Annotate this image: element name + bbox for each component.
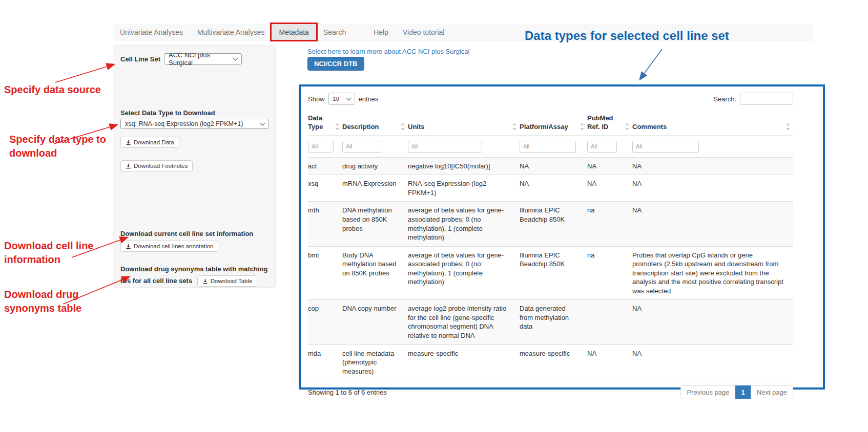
source-button[interactable]: NCI/CCR DTB xyxy=(307,57,364,71)
filter-row xyxy=(308,136,793,157)
table-row: cop DNA copy number average log2 probe i… xyxy=(308,300,793,344)
cell-pubmed: na xyxy=(587,202,632,246)
data-type-value: xsq: RNA-seq Expression (log2 FPKM+1) xyxy=(125,120,243,127)
cell-platform: NA xyxy=(520,157,587,175)
table-footer: Showing 1 to 6 of 6 entries Previous pag… xyxy=(308,385,793,399)
search-label: Search: xyxy=(713,95,736,103)
drug-synonyms-heading: Download drug synonyms table with matchi… xyxy=(120,264,271,287)
entries-label: entries xyxy=(359,95,379,103)
download-cell-lines-annotation-label: Download cell lines annotation xyxy=(134,243,213,249)
cell-data-type: bmt xyxy=(308,246,342,300)
column-header-description[interactable]: Description xyxy=(342,112,408,136)
cell-comments: NA xyxy=(632,344,793,380)
learn-more-link[interactable]: Select here to learn more about ACC NCI … xyxy=(307,48,470,55)
column-header-label: Description xyxy=(342,123,379,131)
cell-units: average log2 probe intensity ratio for t… xyxy=(408,300,520,344)
cell-units: negative log10[IC50(molar)] xyxy=(408,157,520,175)
sort-icon[interactable] xyxy=(335,123,339,131)
tab-multivariate-analyses[interactable]: Multivariate Analyses xyxy=(190,24,272,40)
table-controls: Show 10 entries Search: xyxy=(308,93,793,105)
download-cell-lines-annotation-button[interactable]: Download cell lines annotation xyxy=(120,241,218,252)
download-footnotes-label: Download Footnotes xyxy=(134,163,188,169)
download-data-button[interactable]: Download Data xyxy=(120,137,179,148)
table-row: xsq mRNA Expression RNA-seq Expression (… xyxy=(308,175,793,202)
entries-info: Showing 1 to 6 of 6 entries xyxy=(308,388,387,396)
column-header-units[interactable]: Units xyxy=(408,112,520,136)
show-entries-select[interactable]: 10 xyxy=(328,93,355,105)
cell-platform: measure-specific xyxy=(520,344,587,380)
tab-univariate-analyses[interactable]: Univariate Analyses xyxy=(113,24,190,40)
sort-icon[interactable] xyxy=(625,123,629,131)
filter-input-comments[interactable] xyxy=(632,141,699,153)
sort-icon[interactable] xyxy=(401,123,405,131)
previous-page-button[interactable]: Previous page xyxy=(680,385,735,399)
cell-comments: NA xyxy=(632,157,793,175)
download-icon xyxy=(202,278,208,284)
table-row: mda cell line metadata (phenotypic measu… xyxy=(308,344,793,380)
page: Specify data source Specify data type to… xyxy=(0,0,868,432)
cell-data-type: act xyxy=(308,157,342,175)
cell-platform: Illumina EPIC Beadchip 850K xyxy=(520,246,587,300)
sidebar-panel: Cell Line Set ACC NCI plus Surgical Sele… xyxy=(113,45,276,288)
column-header-label: Units xyxy=(408,123,425,131)
tab-metadata[interactable]: Metadata xyxy=(272,24,316,40)
cell-line-set-select[interactable]: ACC NCI plus Surgical xyxy=(164,53,242,64)
filter-input-description[interactable] xyxy=(342,141,382,153)
page-1-button[interactable]: 1 xyxy=(735,385,751,399)
show-label: Show xyxy=(308,95,325,103)
cell-data-type: cop xyxy=(308,300,342,344)
cell-comments: NA xyxy=(632,175,793,202)
cell-description: cell line metadata (phenotypic measures) xyxy=(342,344,408,380)
sort-icon[interactable] xyxy=(512,123,516,131)
column-header-pubmed-ref-id[interactable]: PubMed Ref. ID xyxy=(587,112,632,136)
column-header-data-type[interactable]: Data Type xyxy=(308,112,342,136)
cell-description: drug activity xyxy=(342,157,408,175)
filter-input-pubmed-ref-id[interactable] xyxy=(587,141,617,153)
show-entries-value: 10 xyxy=(333,96,339,102)
download-footnotes-button[interactable]: Download Footnotes xyxy=(120,160,193,171)
download-table-label: Download Table xyxy=(211,278,253,284)
tab-help[interactable]: Help xyxy=(366,24,396,40)
cell-pubmed: NA xyxy=(587,344,632,380)
cell-description: DNA copy number xyxy=(342,300,408,344)
column-header-platform-assay[interactable]: Platform/Assay xyxy=(520,112,587,136)
header-row: Data Type Description Units Platform/Ass… xyxy=(308,112,793,136)
cell-comments: Probes that overlap CpG islands or gene … xyxy=(632,246,793,300)
cell-line-set-label: Cell Line Set xyxy=(120,55,160,63)
cell-data-type: mth xyxy=(308,202,342,246)
filter-input-platform-assay[interactable] xyxy=(520,141,576,153)
filter-input-data-type[interactable] xyxy=(308,141,334,153)
tab-search[interactable]: Search xyxy=(316,24,353,40)
data-type-label: Select Data Type to Download xyxy=(120,109,215,117)
arrow-specify-source xyxy=(55,64,114,82)
cell-units: measure-specific xyxy=(408,344,520,380)
sort-icon[interactable] xyxy=(580,123,584,131)
column-header-comments[interactable]: Comments xyxy=(632,112,793,136)
tab-video-tutorial[interactable]: Video tutorial xyxy=(396,24,451,40)
cell-platform: NA xyxy=(520,175,587,202)
download-icon xyxy=(126,140,131,145)
cell-description: mRNA Expression xyxy=(342,175,408,202)
chevron-down-icon xyxy=(346,96,351,101)
chevron-down-icon xyxy=(260,121,265,126)
table-row: act drug activity negative log10[IC50(mo… xyxy=(308,157,793,175)
sort-icon[interactable] xyxy=(786,123,790,131)
data-type-select[interactable]: xsq: RNA-seq Expression (log2 FPKM+1) xyxy=(120,119,269,129)
cell-units: RNA-seq Expression (log2 FPKM+1) xyxy=(408,175,520,202)
next-page-button[interactable]: Next page xyxy=(751,385,793,399)
column-header-label: Data Type xyxy=(308,114,323,131)
annotation-data-types-title: Data types for selected cell line set xyxy=(525,29,766,43)
search-input[interactable] xyxy=(740,93,793,105)
cell-units: average of beta values for gene-associat… xyxy=(408,202,520,246)
data-types-table: Data Type Description Units Platform/Ass… xyxy=(308,112,793,380)
cell-platform: Illumina EPIC Beadchip 850K xyxy=(520,202,587,246)
cell-pubmed: na xyxy=(587,246,632,300)
table-row: bmt Body DNA methylation based on 850K p… xyxy=(308,246,793,300)
download-data-label: Download Data xyxy=(134,139,174,145)
filter-input-units[interactable] xyxy=(408,141,482,153)
column-header-label: Platform/Assay xyxy=(520,123,568,131)
cell-line-set-value: ACC NCI plus Surgical xyxy=(169,51,230,67)
chevron-down-icon xyxy=(233,56,238,61)
table-row: mth DNA methylation based on 850K probes… xyxy=(308,202,793,246)
download-table-button[interactable]: Download Table xyxy=(197,275,258,287)
